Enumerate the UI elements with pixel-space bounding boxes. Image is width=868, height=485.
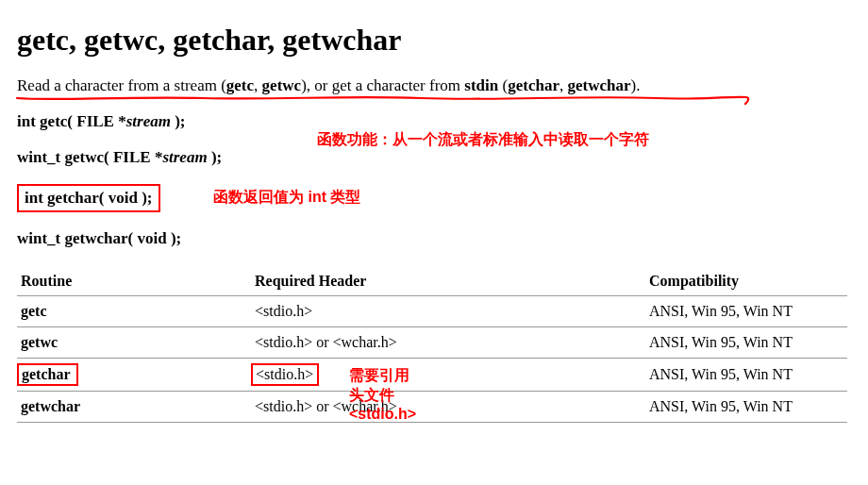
- cell-compatibility: ANSI, Win 95, Win NT: [645, 359, 847, 392]
- table-header-row: Routine Required Header Compatibility: [17, 267, 847, 296]
- compatibility-table: Routine Required Header Compatibility ge…: [17, 267, 847, 423]
- cell-routine: getchar: [17, 359, 251, 392]
- table-row: getwc<stdio.h> or <wchar.h>ANSI, Win 95,…: [17, 327, 847, 359]
- desc-bold-stdin: stdin: [464, 76, 498, 94]
- cell-required-header: <stdio.h>: [251, 296, 645, 327]
- prototype-getwchar: wint_t getwchar( void );: [17, 229, 851, 248]
- desc-bold-getchar: getchar: [508, 76, 559, 94]
- desc-bold-getwchar: getwchar: [567, 76, 630, 94]
- cell-routine: getwc: [17, 327, 251, 359]
- description-text: Read a character from a stream (getc, ge…: [17, 76, 640, 94]
- desc-frag: ,: [254, 76, 262, 94]
- table-row: getwchar<stdio.h> or <wchar.h>ANSI, Win …: [17, 392, 847, 423]
- th-compatibility: Compatibility: [645, 267, 847, 296]
- th-routine: Routine: [17, 267, 251, 296]
- proto-text: int getchar( void );: [25, 189, 153, 207]
- th-required-header: Required Header: [251, 267, 645, 296]
- proto-frag: wint_t getwchar( void );: [17, 229, 181, 247]
- desc-bold-getc: getc: [226, 76, 254, 94]
- proto-frag: wint_t getwc( FILE *: [17, 148, 162, 166]
- proto-frag: int getc( FILE *: [17, 112, 126, 130]
- cell-compatibility: ANSI, Win 95, Win NT: [645, 296, 847, 327]
- desc-bold-getwc: getwc: [262, 76, 302, 94]
- cell-compatibility: ANSI, Win 95, Win NT: [645, 327, 847, 359]
- cell-routine: getwchar: [17, 392, 251, 423]
- desc-frag: ), or get a character from: [301, 76, 464, 94]
- cell-required-header: <stdio.h>需要引用头文件<stdio.h>: [251, 359, 645, 392]
- prototype-getwc: wint_t getwc( FILE *stream );: [17, 148, 851, 167]
- cell-required-header: <stdio.h> or <wchar.h>: [251, 392, 645, 423]
- cell-routine: getc: [17, 296, 251, 327]
- red-highlight-box: <stdio.h>: [251, 363, 319, 386]
- table-row: getchar<stdio.h>需要引用头文件<stdio.h>ANSI, Wi…: [17, 359, 847, 392]
- red-highlight-box: getchar: [17, 363, 78, 386]
- annotation-need-header: 需要引用头文件<stdio.h>: [349, 366, 416, 423]
- desc-frag: ).: [630, 76, 640, 94]
- prototype-getchar: int getchar( void ); 函数返回值为 int 类型: [17, 184, 851, 212]
- desc-frag: (: [498, 76, 508, 94]
- proto-param: stream: [162, 148, 207, 166]
- red-highlight-box: int getchar( void );: [17, 184, 160, 212]
- cell-required-header: <stdio.h> or <wchar.h>: [251, 327, 645, 359]
- hand-underline-icon: [15, 93, 751, 107]
- proto-frag: );: [171, 112, 186, 130]
- header-cell-wrap: <stdio.h>需要引用头文件<stdio.h>: [255, 366, 319, 382]
- annotation-function-desc: 函数功能：从一个流或者标准输入中读取一个字符: [317, 130, 649, 150]
- page-title: getc, getwc, getchar, getwchar: [17, 23, 851, 58]
- proto-frag: );: [208, 148, 223, 166]
- table-row: getc<stdio.h>ANSI, Win 95, Win NT: [17, 296, 847, 327]
- prototype-getc: int getc( FILE *stream );: [17, 112, 851, 131]
- annotation-return-int: 函数返回值为 int 类型: [213, 188, 360, 208]
- proto-param: stream: [126, 112, 171, 130]
- cell-compatibility: ANSI, Win 95, Win NT: [645, 392, 847, 423]
- desc-frag: Read a character from a stream (: [17, 76, 226, 94]
- description-line: Read a character from a stream (getc, ge…: [17, 76, 851, 95]
